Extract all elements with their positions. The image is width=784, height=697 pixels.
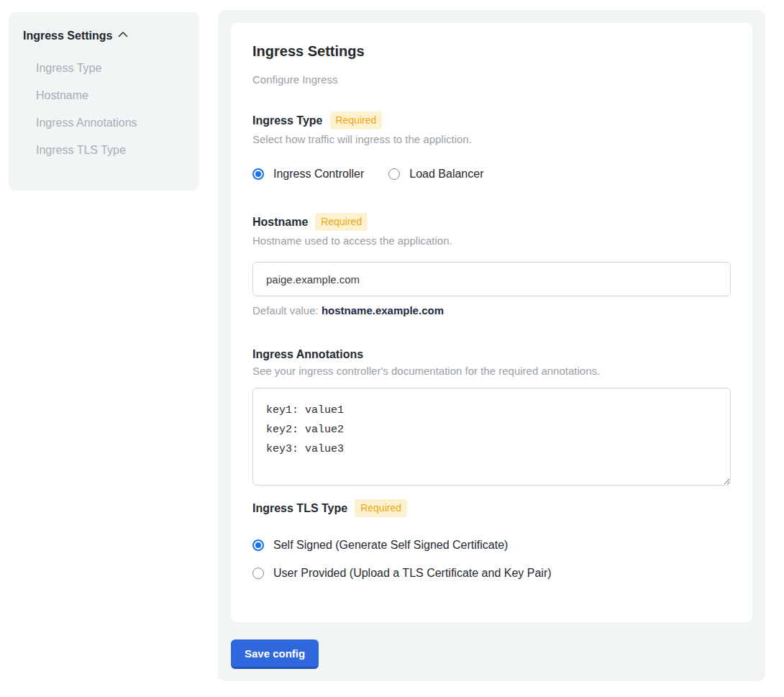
required-badge: Required (355, 499, 407, 517)
settings-panel: Ingress Settings Configure Ingress Ingre… (218, 10, 765, 681)
required-badge: Required (315, 213, 368, 231)
default-value-label: Default value: (252, 304, 319, 316)
settings-sidebar: Ingress Settings Ingress Type Hostname I… (9, 12, 199, 191)
page-subtitle: Configure Ingress (252, 73, 731, 86)
radio-load-balancer[interactable]: Load Balancer (388, 168, 483, 181)
ingress-annotations-textarea[interactable]: key1: value1 key2: value2 key3: value3 (252, 388, 731, 486)
section-ingress-annotations: Ingress Annotations See your ingress con… (252, 348, 731, 486)
radio-self-signed[interactable]: Self Signed (Generate Self Signed Certif… (252, 539, 731, 552)
hostname-label: Hostname (252, 216, 308, 229)
ingress-type-options: Ingress Controller Load Balancer (252, 168, 731, 181)
radio-load-balancer-label: Load Balancer (409, 168, 483, 181)
ingress-type-label: Ingress Type (252, 114, 323, 127)
ingress-tls-type-label: Ingress TLS Type (252, 502, 347, 515)
ingress-type-description: Select how traffic will ingress to the a… (252, 133, 731, 145)
page-title: Ingress Settings (252, 43, 731, 60)
sidebar-item-ingress-tls-type[interactable]: Ingress TLS Type (23, 137, 185, 164)
sidebar-item-hostname[interactable]: Hostname (23, 82, 185, 109)
radio-user-provided[interactable]: User Provided (Upload a TLS Certificate … (252, 567, 731, 580)
radio-unselected-icon[interactable] (252, 568, 264, 579)
sidebar-item-ingress-annotations[interactable]: Ingress Annotations (23, 109, 185, 137)
radio-selected-icon[interactable] (252, 168, 264, 180)
radio-ingress-controller[interactable]: Ingress Controller (252, 168, 364, 181)
required-badge: Required (330, 111, 383, 129)
sidebar-nav: Ingress Type Hostname Ingress Annotation… (23, 55, 185, 164)
save-config-button[interactable]: Save config (231, 639, 319, 669)
ingress-annotations-label: Ingress Annotations (252, 348, 363, 361)
sidebar-item-ingress-type[interactable]: Ingress Type (23, 55, 185, 82)
sidebar-section-toggle[interactable]: Ingress Settings (23, 29, 185, 43)
sidebar-section-title: Ingress Settings (23, 29, 112, 42)
radio-ingress-controller-label: Ingress Controller (273, 168, 364, 181)
section-hostname: Hostname Required Hostname used to acces… (252, 213, 731, 316)
default-value-text: hostname.example.com (322, 304, 444, 316)
hostname-input[interactable] (252, 262, 731, 296)
hostname-default-line: Default value: hostname.example.com (252, 304, 731, 316)
ingress-settings-card: Ingress Settings Configure Ingress Ingre… (231, 23, 752, 622)
ingress-annotations-description: See your ingress controller's documentat… (252, 365, 731, 377)
radio-user-provided-label: User Provided (Upload a TLS Certificate … (273, 567, 552, 580)
radio-self-signed-label: Self Signed (Generate Self Signed Certif… (273, 539, 508, 552)
radio-selected-icon[interactable] (252, 539, 264, 551)
section-ingress-tls-type: Ingress TLS Type Required Self Signed (G… (252, 499, 731, 580)
chevron-up-icon[interactable] (117, 29, 129, 43)
section-ingress-type: Ingress Type Required Select how traffic… (252, 111, 731, 181)
hostname-description: Hostname used to access the application. (252, 234, 731, 247)
radio-unselected-icon[interactable] (388, 168, 400, 180)
